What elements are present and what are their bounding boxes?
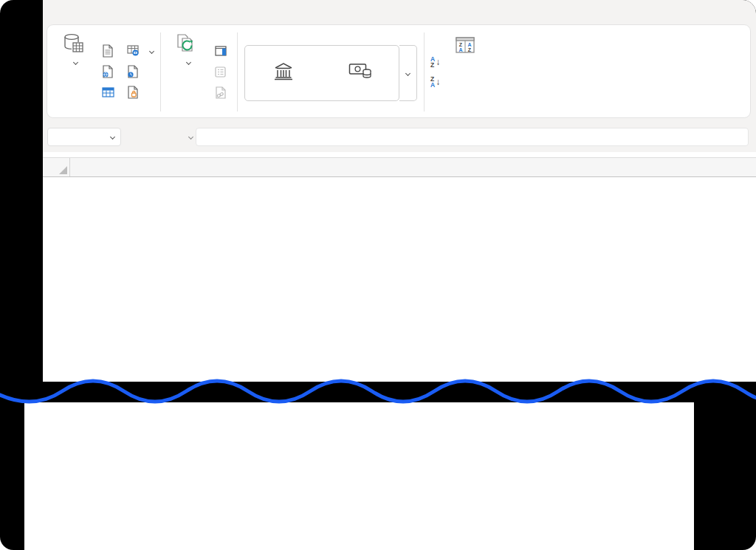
bank-icon [272, 62, 295, 81]
group-divider [424, 32, 425, 111]
chevron-down-icon [149, 48, 154, 53]
svg-text:A: A [459, 47, 463, 52]
currency-icon [348, 62, 372, 81]
svg-text:Z: Z [468, 47, 472, 52]
chevron-down-icon [188, 134, 193, 140]
ribbon: AZ↓ ZA↓ Z A [47, 24, 751, 118]
screenshot-canvas: AZ↓ ZA↓ Z A [0, 0, 756, 550]
book-link-icon [215, 86, 227, 99]
sort-ascending-button[interactable]: AZ↓ [427, 52, 444, 72]
formula-bar [43, 122, 756, 151]
refresh-all-button[interactable] [163, 29, 210, 114]
database-icon [62, 32, 86, 58]
currency-data-type[interactable] [322, 46, 399, 100]
ribbon-group-sort: AZ↓ ZA↓ Z A [425, 27, 512, 117]
name-box[interactable] [47, 128, 121, 146]
group-label-sort [425, 114, 512, 117]
text-file-icon [102, 44, 114, 58]
sort-za-icon: ↓ [436, 78, 440, 86]
stocks-data-type[interactable] [245, 46, 322, 100]
ribbon-group-get-transform [49, 27, 159, 117]
existing-connections-button[interactable] [123, 83, 158, 103]
chevron-down-icon [72, 60, 78, 65]
table-icon [102, 87, 114, 98]
get-data-button[interactable] [50, 29, 97, 114]
connections-file-icon [127, 86, 139, 99]
sort-button[interactable]: Z A A Z [444, 29, 487, 114]
chevron-down-icon [405, 70, 410, 75]
ribbon-group-data-types [238, 27, 423, 117]
ribbon-group-queries [162, 27, 236, 117]
queries-connections-button[interactable] [210, 41, 235, 61]
excel-window-bottom-fragment [24, 402, 694, 550]
workbook-links-button [210, 83, 235, 103]
sort-az-icon: ↓ [436, 58, 440, 66]
wavy-cut-divider [0, 371, 756, 411]
from-text-csv-button[interactable] [97, 41, 123, 61]
group-label-data-types [238, 114, 423, 117]
web-file-icon [102, 65, 114, 78]
properties-button [210, 62, 235, 82]
group-divider [237, 32, 238, 111]
chevron-down-icon [110, 134, 115, 139]
gallery-more-button[interactable] [399, 45, 417, 101]
from-web-button[interactable] [97, 62, 123, 82]
sort-descending-button[interactable]: ZA↓ [427, 72, 444, 92]
group-divider [160, 32, 161, 111]
picture-table-icon [127, 45, 140, 57]
data-types-gallery [244, 45, 399, 101]
select-all-button[interactable] [43, 158, 70, 176]
query-pane-icon [215, 46, 227, 56]
excel-window-top-fragment: AZ↓ ZA↓ Z A [43, 0, 756, 382]
properties-icon [215, 66, 226, 78]
worksheet-grid [43, 152, 756, 382]
ribbon-tab-strip [43, 0, 756, 23]
formula-input[interactable] [196, 128, 749, 146]
from-picture-button[interactable] [123, 41, 158, 61]
refresh-all-label [184, 58, 190, 68]
refresh-icon [176, 32, 198, 58]
group-label-queries [162, 114, 236, 117]
chevron-down-icon [185, 60, 190, 65]
svg-text:A: A [468, 42, 472, 47]
group-label-get-transform [49, 114, 159, 117]
sort-dialog-icon: Z A A Z [456, 32, 475, 58]
get-data-label [71, 58, 78, 68]
recent-sources-button[interactable] [123, 62, 158, 82]
from-table-range-button[interactable] [97, 83, 123, 103]
recent-file-icon [127, 65, 139, 78]
column-headers [43, 157, 756, 177]
svg-text:Z: Z [459, 42, 463, 47]
select-all-triangle-icon [59, 166, 67, 174]
